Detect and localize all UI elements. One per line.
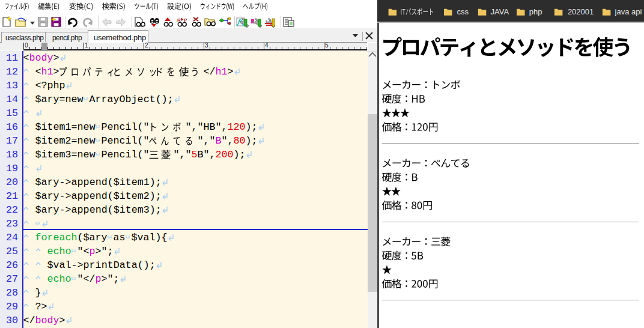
- svg-text:P: P: [184, 17, 187, 23]
- svg-text:R: R: [177, 17, 181, 23]
